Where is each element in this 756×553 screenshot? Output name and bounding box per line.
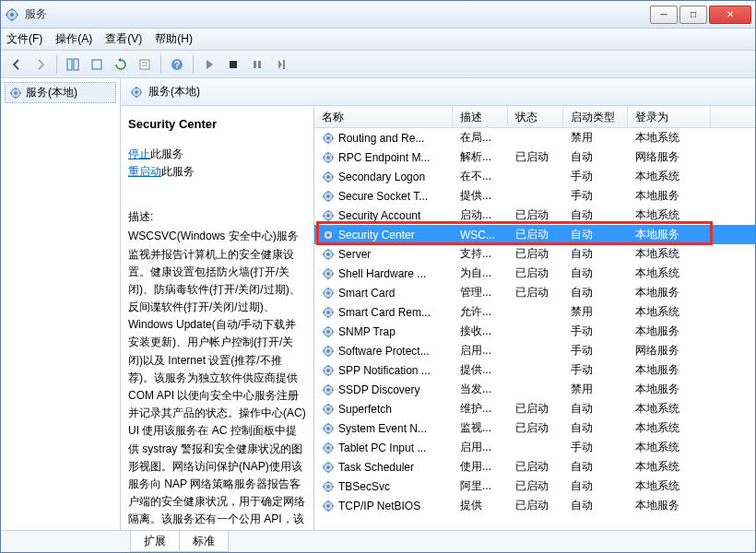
selected-service-title: Security Center: [128, 115, 306, 135]
service-row[interactable]: Task Scheduler使用...已启动自动本地系统: [314, 457, 755, 477]
detail-pane: Security Center 停止此服务 重启动此服务 描述: WSCSVC(…: [121, 106, 314, 530]
col-status[interactable]: 状态: [508, 106, 563, 127]
tree-item-services-local[interactable]: 服务(本地): [5, 82, 116, 103]
column-headers: 名称 描述 状态 启动类型 登录为: [314, 106, 755, 128]
service-row[interactable]: SSDP Discovery当发...禁用本地服务: [314, 380, 755, 399]
service-status: [508, 369, 563, 372]
svg-rect-14: [230, 61, 237, 68]
service-row[interactable]: SNMP Trap接收...手动本地服务: [314, 322, 755, 341]
bottom-tabs: 扩展 标准: [1, 530, 755, 552]
service-name: Secondary Logon: [338, 171, 425, 183]
gear-icon: [322, 306, 335, 319]
minimize-button[interactable]: ─: [650, 6, 678, 24]
service-startup: 禁用: [563, 380, 628, 399]
service-startup: 手动: [563, 186, 628, 206]
refresh-button[interactable]: [111, 54, 131, 75]
services-icon: [5, 7, 19, 22]
show-hide-button[interactable]: [63, 54, 83, 75]
service-row[interactable]: Tablet PC Input ...启用...手动本地系统: [314, 438, 755, 457]
tab-extended[interactable]: 扩展: [130, 531, 180, 552]
menu-action[interactable]: 操作(A): [55, 31, 92, 47]
service-row[interactable]: Security CenterWSC...已启动自动本地服务: [314, 225, 755, 244]
maximize-button[interactable]: □: [679, 6, 707, 24]
service-status: 已启动: [508, 244, 563, 264]
tab-standard[interactable]: 标准: [179, 531, 229, 552]
service-status: [508, 175, 563, 179]
service-name: Security Account: [338, 209, 420, 222]
service-row[interactable]: Superfetch维护...已启动自动本地系统: [314, 399, 755, 418]
service-row[interactable]: Routing and Re...在局...禁用本地系统: [314, 128, 755, 147]
service-logon: 本地系统: [628, 457, 711, 477]
help-button[interactable]: ?: [167, 54, 187, 75]
gear-icon: [322, 461, 335, 474]
service-row[interactable]: SPP Notification ...提供...手动本地服务: [314, 360, 755, 380]
service-name: Software Protect...: [338, 345, 430, 358]
service-logon: 本地系统: [628, 477, 711, 496]
service-status: 已启动: [508, 264, 563, 283]
service-desc: 启用...: [453, 341, 508, 360]
service-logon: 本地服务: [628, 225, 711, 244]
service-row[interactable]: Secure Socket T...提供...手动本地服务: [314, 186, 755, 206]
menu-file[interactable]: 文件(F): [6, 31, 42, 47]
pause-service-button[interactable]: [247, 54, 267, 75]
service-row[interactable]: RPC Endpoint M...解析...已启动自动网络服务: [314, 147, 755, 167]
restart-service-link[interactable]: 重启动: [128, 165, 161, 178]
col-startup[interactable]: 启动类型: [563, 106, 628, 127]
separator: [160, 55, 161, 74]
gear-icon: [322, 248, 335, 261]
service-startup: 自动: [563, 399, 628, 418]
service-status: 已启动: [508, 457, 563, 477]
gear-icon: [322, 151, 335, 164]
service-row[interactable]: Security Account启动...已启动自动本地系统: [314, 206, 755, 225]
col-name[interactable]: 名称: [314, 106, 453, 127]
col-desc[interactable]: 描述: [453, 106, 508, 127]
forward-button[interactable]: [30, 54, 51, 75]
gear-icon: [322, 480, 335, 493]
gear-icon: [322, 441, 335, 454]
menu-view[interactable]: 查看(V): [105, 31, 142, 47]
service-desc: 维护...: [453, 399, 508, 418]
start-service-button[interactable]: [199, 54, 219, 75]
service-desc: 提供...: [453, 360, 508, 380]
titlebar[interactable]: 服务 ─ □ ✕: [1, 1, 755, 29]
service-status: [508, 349, 563, 353]
service-desc: 解析...: [453, 147, 508, 167]
service-row[interactable]: Secondary Logon在不...手动本地系统: [314, 167, 755, 186]
stop-service-button[interactable]: [223, 54, 243, 75]
service-logon: 本地系统: [628, 438, 711, 457]
menu-help[interactable]: 帮助(H): [155, 31, 193, 47]
service-row[interactable]: Shell Hardware ...为自...已启动自动本地系统: [314, 264, 755, 283]
properties-button[interactable]: [135, 54, 155, 75]
service-startup: 自动: [563, 496, 628, 515]
service-status: 已启动: [508, 477, 563, 496]
service-name: TCP/IP NetBIOS: [338, 500, 420, 512]
export-button[interactable]: [87, 54, 107, 75]
service-status: 已启动: [508, 225, 563, 244]
service-row[interactable]: Server支持...已启动自动本地系统: [314, 244, 755, 264]
service-rows[interactable]: Routing and Re...在局...禁用本地系统RPC Endpoint…: [314, 128, 755, 530]
gear-icon: [322, 267, 335, 280]
service-logon: 本地系统: [628, 418, 711, 438]
service-row[interactable]: Smart Card Rem...允许...禁用本地系统: [314, 302, 755, 322]
back-button[interactable]: [6, 54, 27, 75]
svg-rect-9: [140, 60, 149, 69]
services-window: 服务 ─ □ ✕ 文件(F) 操作(A) 查看(V) 帮助(H) ? 服务: [0, 0, 756, 553]
service-row[interactable]: TBSecSvc阿里...已启动自动本地系统: [314, 477, 755, 496]
service-desc: 支持...: [453, 244, 508, 264]
tree-pane[interactable]: 服务(本地): [1, 78, 121, 530]
gear-icon: [322, 209, 335, 222]
col-logon[interactable]: 登录为: [628, 106, 711, 127]
service-startup: 自动: [563, 264, 628, 283]
restart-service-button[interactable]: [271, 54, 291, 75]
service-row[interactable]: Smart Card管理...已启动自动本地服务: [314, 283, 755, 302]
service-startup: 手动: [563, 322, 628, 341]
svg-rect-16: [258, 61, 261, 68]
service-row[interactable]: Software Protect...启用...手动网络服务: [314, 341, 755, 360]
service-row[interactable]: System Event N...监视...已启动自动本地系统: [314, 418, 755, 438]
service-status: 已启动: [508, 206, 563, 225]
gear-icon: [322, 325, 335, 338]
service-row[interactable]: TCP/IP NetBIOS提供已启动自动本地服务: [314, 496, 755, 515]
close-button[interactable]: ✕: [709, 6, 751, 24]
stop-service-link[interactable]: 停止: [128, 147, 150, 160]
service-list: 名称 描述 状态 启动类型 登录为 Routing and Re...在局...…: [314, 106, 755, 530]
